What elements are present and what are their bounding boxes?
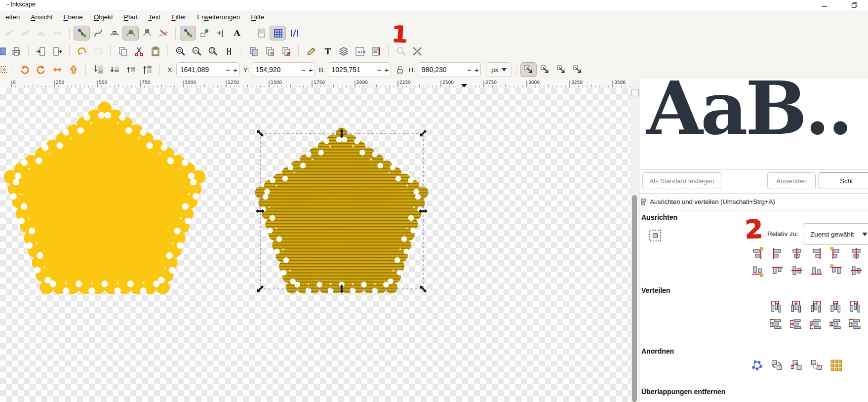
- selection-handle[interactable]: [256, 129, 265, 138]
- clone-button[interactable]: [262, 44, 278, 59]
- align-top-edges-button[interactable]: [770, 263, 785, 278]
- insert-node-button[interactable]: +: [0, 26, 16, 40]
- zoom-drawing-button[interactable]: [188, 44, 204, 59]
- menu-erweiterungen[interactable]: Erweiterungen: [192, 11, 245, 23]
- height-increment-button[interactable]: +: [473, 66, 480, 74]
- edit-clip-button[interactable]: +: [212, 26, 229, 40]
- node-corner-button[interactable]: [139, 26, 155, 40]
- menu-ansicht[interactable]: Ansicht: [25, 11, 58, 23]
- distribute-bottom-edges-button[interactable]: [808, 317, 823, 331]
- height-decrement-button[interactable]: −: [466, 66, 473, 74]
- align-right-edges-button[interactable]: [809, 246, 824, 261]
- zoom-page-button[interactable]: [204, 44, 221, 59]
- align-distribute-button[interactable]: [368, 44, 384, 59]
- raise-to-top-button[interactable]: [139, 62, 155, 77]
- pentagon-left[interactable]: [4, 102, 205, 294]
- minimize-button[interactable]: [819, 1, 830, 9]
- print-button[interactable]: [8, 44, 24, 59]
- join-nodes-button[interactable]: [33, 26, 49, 40]
- raise-one-button[interactable]: [122, 62, 139, 77]
- menu-pfad[interactable]: Pfad: [118, 11, 143, 23]
- lower-one-button[interactable]: [106, 62, 122, 77]
- x-input[interactable]: [177, 66, 224, 74]
- outline-toggle-button[interactable]: [286, 26, 302, 40]
- node-break-button[interactable]: [106, 26, 122, 40]
- paste-button[interactable]: [147, 44, 163, 59]
- pentagon-right[interactable]: [255, 128, 428, 293]
- menu-objekt[interactable]: Objekt: [88, 11, 118, 23]
- layers-button[interactable]: [335, 44, 352, 59]
- grid-toggle-button[interactable]: [270, 26, 286, 40]
- export-button[interactable]: [49, 44, 65, 59]
- distribute-clipped-2-button[interactable]: [848, 317, 863, 331]
- align-bottom-edges-button[interactable]: [809, 263, 824, 278]
- height-input[interactable]: [418, 66, 466, 74]
- menu-text[interactable]: Text: [143, 11, 166, 23]
- distribute-top-edges-button[interactable]: [769, 317, 784, 331]
- affect-patterns-button[interactable]: [569, 62, 586, 77]
- x-decrement-button[interactable]: −: [224, 66, 232, 74]
- affect-corners-button[interactable]: [537, 62, 553, 77]
- distribute-equal-gaps-horizontal-button[interactable]: [828, 300, 843, 315]
- node-smooth-button[interactable]: [122, 26, 139, 40]
- snap-nodes-button[interactable]: [180, 26, 196, 40]
- scrollbar-corner-button[interactable]: [631, 89, 639, 96]
- node-curve-button[interactable]: [90, 26, 106, 40]
- preferences-button[interactable]: [409, 44, 425, 59]
- affect-stroke-button[interactable]: [520, 62, 537, 77]
- bold-a-button[interactable]: A: [229, 26, 245, 40]
- menu-hilfe[interactable]: Hilfe: [245, 11, 270, 23]
- y-increment-button[interactable]: +: [307, 66, 315, 74]
- align-text-baseline-button[interactable]: [849, 263, 864, 278]
- undo-button[interactable]: [74, 44, 90, 59]
- selection-mode-button[interactable]: [647, 226, 663, 245]
- xml-editor-button[interactable]: </>: [352, 44, 368, 59]
- duplicate-button[interactable]: [245, 44, 262, 59]
- menu-filter[interactable]: Filter: [166, 11, 192, 23]
- close-button[interactable]: Schl: [819, 172, 868, 189]
- delete-node-button[interactable]: −: [16, 26, 33, 40]
- vertical-scrollbar[interactable]: [631, 79, 639, 402]
- align-left-to-anchor-button[interactable]: [750, 246, 765, 261]
- copy-button[interactable]: [115, 44, 131, 59]
- flip-horizontal-button[interactable]: [49, 62, 65, 77]
- align-left-edges-button[interactable]: [770, 246, 785, 261]
- affect-gradients-button[interactable]: [553, 62, 569, 77]
- width-input[interactable]: [328, 66, 376, 74]
- menu-ebene[interactable]: Ebene: [58, 11, 88, 23]
- gradient-preview-button[interactable]: [253, 26, 270, 40]
- zoom-selection-button[interactable]: [172, 44, 188, 59]
- x-increment-button[interactable]: +: [232, 66, 239, 74]
- bbox-clipped-button[interactable]: [0, 62, 8, 77]
- scrollbar-thumb[interactable]: [632, 195, 637, 402]
- canvas[interactable]: [0, 88, 631, 402]
- rotate-cw-button[interactable]: [33, 62, 49, 77]
- exchange-rotate-button[interactable]: [809, 358, 824, 372]
- show-handles-button[interactable]: [196, 26, 212, 40]
- cut-button[interactable]: [131, 44, 147, 59]
- distribute-right-edges-button[interactable]: [808, 300, 823, 315]
- text-editor-button[interactable]: T: [319, 44, 335, 59]
- graph-layout-button[interactable]: [750, 358, 764, 372]
- restore-button[interactable]: [849, 1, 860, 9]
- center-horizontal-axis-button[interactable]: [789, 263, 804, 278]
- delete-segment-button[interactable]: [49, 26, 65, 40]
- align-top-to-anchor-button[interactable]: [829, 263, 844, 278]
- unlink-clone-button[interactable]: [278, 44, 294, 59]
- menu-eiten[interactable]: eiten: [0, 11, 25, 23]
- align-right-to-anchor-button[interactable]: [829, 246, 844, 261]
- align-bottom-to-anchor-button[interactable]: [750, 263, 765, 278]
- lock-ratio-button[interactable]: [395, 65, 405, 75]
- width-increment-button[interactable]: +: [383, 66, 391, 74]
- unit-dropdown[interactable]: px: [486, 62, 512, 77]
- horizontal-ruler[interactable]: 0250500750100012501500175020002250250027…: [0, 79, 632, 88]
- set-default-button[interactable]: Als Standard festlegen: [642, 172, 721, 189]
- center-vertical-axis-button[interactable]: [789, 246, 804, 261]
- lower-to-bottom-button[interactable]: [90, 62, 106, 77]
- distribute-left-edges-button[interactable]: [769, 300, 784, 315]
- distribute-equal-gaps-vertical-button[interactable]: [828, 317, 843, 331]
- flip-vertical-button[interactable]: [65, 62, 81, 77]
- rotate-ccw-button[interactable]: [16, 62, 33, 77]
- import-button[interactable]: [33, 44, 49, 59]
- distribute-centers-horizontally-button[interactable]: [789, 300, 803, 315]
